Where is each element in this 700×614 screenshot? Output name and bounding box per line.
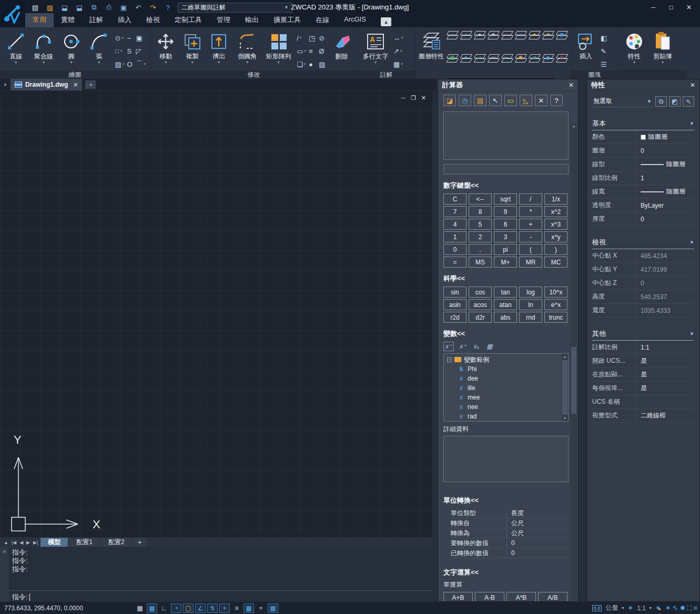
quick-access-icon[interactable]: ⬓: [60, 3, 69, 12]
line-button[interactable]: 直線 ▾: [3, 29, 29, 69]
scroll-up-icon[interactable]: ▲: [562, 354, 568, 360]
calculator-history-box[interactable]: [443, 111, 569, 160]
status-toggle[interactable]: ∟: [159, 603, 169, 613]
status-toggle[interactable]: ▢: [183, 603, 194, 613]
clipboard-button[interactable]: 剪貼簿 ▾: [649, 29, 676, 69]
numpad-key[interactable]: -: [519, 231, 542, 242]
layer-tool-icon[interactable]: ☀: [487, 29, 500, 40]
properties-selector-icon[interactable]: ⇖: [683, 96, 694, 107]
ribbon-tab[interactable]: 管理: [209, 13, 238, 27]
document-tab[interactable]: DWG Drawing1.dwg ✕: [11, 79, 83, 90]
property-row[interactable]: 高度 540.2537: [592, 290, 694, 304]
layer-tool-icon[interactable]: ↓: [446, 29, 459, 40]
units-section-title[interactable]: 單位轉換<<: [443, 496, 569, 505]
layer-tool-icon[interactable]: ⇤: [501, 53, 513, 63]
variable-row[interactable]: x rad: [447, 412, 561, 421]
textops-section-title[interactable]: 文字運算<<: [443, 568, 569, 577]
scientific-key[interactable]: abs: [494, 312, 517, 323]
layer-tool-icon[interactable]: ☀: [542, 29, 554, 40]
drawing-canvas[interactable]: ─ ❐ ✕ Y X: [0, 90, 432, 537]
annotation-scale-icon[interactable]: ✶: [627, 604, 633, 612]
variables-scrollbar[interactable]: ▲ ▼: [562, 354, 568, 421]
numpad-key[interactable]: C: [443, 193, 466, 204]
copy-button[interactable]: 複製 ▾: [180, 29, 204, 69]
numpad-key[interactable]: .: [469, 244, 492, 255]
numpad-key[interactable]: pi: [494, 244, 517, 255]
scientific-key[interactable]: asin: [443, 299, 466, 310]
numpad-key[interactable]: 7: [443, 206, 466, 217]
section-header[interactable]: 其他 ▼: [592, 329, 694, 341]
numpad-key[interactable]: (: [519, 244, 542, 255]
draw-small-tool[interactable]: ∷ ▾: [114, 45, 126, 57]
numpad-key[interactable]: +: [519, 219, 542, 230]
quick-access-icon[interactable]: ↶: [134, 3, 143, 12]
polyline-button[interactable]: 聚合線 ▾: [31, 29, 57, 69]
ribbon-tab[interactable]: 註解: [82, 13, 110, 27]
scientific-key[interactable]: d2r: [469, 312, 492, 323]
textop-key[interactable]: A-B: [475, 592, 504, 601]
quick-access-icon[interactable]: ⎙: [104, 3, 114, 12]
status-right-icon[interactable]: ⛶: [687, 604, 689, 612]
numpad-key[interactable]: ): [544, 244, 567, 255]
property-row[interactable]: 中心點 X 485.4234: [592, 249, 694, 263]
chevron-down-icon[interactable]: ▾: [650, 606, 652, 610]
ribbon-collapse-button[interactable]: ▲: [381, 17, 391, 26]
properties-palette-button[interactable]: 特性 ▾: [622, 29, 647, 69]
property-row[interactable]: 線寬 隨圖層: [592, 185, 694, 199]
fillet-button[interactable]: 倒圓角 ▾: [233, 29, 261, 69]
modify-small-tool[interactable]: Ø: [318, 45, 327, 57]
layout-tab[interactable]: 配置1: [69, 538, 100, 547]
scientific-key[interactable]: trunc: [544, 312, 567, 323]
numpad-key[interactable]: 0: [443, 244, 466, 255]
unit-conversion-row[interactable]: 轉換為 公尺: [451, 528, 569, 538]
ribbon-tab[interactable]: 常用: [25, 13, 54, 27]
calculator-toolbar-icon[interactable]: ?: [550, 95, 563, 106]
quick-access-icon[interactable]: ▤: [31, 3, 40, 12]
unit-conversion-row[interactable]: 要轉換的數值 0: [451, 538, 569, 548]
numpad-key[interactable]: 6: [494, 219, 517, 230]
property-row[interactable]: 厚度 0: [592, 212, 694, 226]
textop-key[interactable]: A+B: [443, 592, 473, 601]
status-toggle[interactable]: ▩: [244, 603, 254, 613]
scientific-key[interactable]: log: [519, 286, 542, 298]
property-row[interactable]: 中心點 Y 417.0199: [592, 263, 694, 277]
modify-small-tool[interactable]: ●: [308, 58, 317, 70]
numpad-key[interactable]: 1: [443, 231, 466, 242]
quick-access-icon[interactable]: ⬓: [75, 3, 84, 12]
scientific-key[interactable]: atan: [494, 299, 517, 310]
annotation-small-tool[interactable]: ↔ ▾: [392, 32, 404, 44]
calculator-close-icon[interactable]: ✕: [569, 81, 574, 89]
numpad-key[interactable]: x^y: [544, 231, 567, 242]
property-row[interactable]: UCS 名稱: [592, 395, 694, 409]
new-tab-button[interactable]: ＋: [85, 80, 96, 89]
selection-dropdown[interactable]: 無選取 ▼: [592, 96, 653, 107]
arc-button[interactable]: 弧 ▾: [86, 29, 112, 69]
scrollbar-thumb[interactable]: [571, 347, 576, 414]
quick-access-icon[interactable]: ?: [163, 3, 173, 12]
modify-small-tool[interactable]: / ▾: [296, 32, 307, 44]
status-right-icon[interactable]: ✶●: [655, 604, 661, 612]
layer-tool-icon[interactable]: ●: [473, 29, 486, 40]
numpad-key[interactable]: 5: [469, 219, 492, 230]
viewport-restore-button[interactable]: ❐: [411, 95, 416, 101]
layer-properties-button[interactable]: 圖層特性: [419, 29, 444, 69]
textop-key[interactable]: A*B: [506, 592, 536, 601]
numpad-section-title[interactable]: 數字鍵盤<<: [443, 181, 569, 190]
properties-selector-icon[interactable]: ⧉: [655, 96, 667, 107]
property-row[interactable]: 線型比例 1: [592, 171, 694, 185]
scientific-key[interactable]: 10^x: [544, 286, 567, 298]
numpad-key[interactable]: 8: [469, 206, 492, 217]
ribbon-tab[interactable]: 輸出: [238, 13, 266, 27]
layer-tool-icon[interactable]: ▭: [487, 53, 500, 63]
scientific-key[interactable]: e^x: [544, 299, 567, 310]
scientific-key[interactable]: tan: [494, 286, 517, 298]
numpad-key[interactable]: 4: [443, 219, 466, 230]
status-toggle[interactable]: +: [219, 603, 230, 613]
variables-toolbar-icon[interactable]: xₓ: [472, 342, 481, 351]
numpad-key[interactable]: 3: [494, 231, 517, 242]
annotation-scale-value[interactable]: 1:1: [637, 605, 646, 612]
property-row[interactable]: 線型 隨圖層: [592, 158, 694, 171]
layer-tool-icon[interactable]: ✕: [555, 53, 568, 63]
minimize-button[interactable]: ─: [645, 2, 661, 13]
close-button[interactable]: ✕: [681, 2, 697, 13]
